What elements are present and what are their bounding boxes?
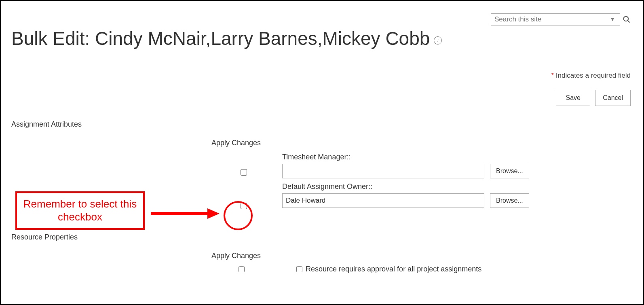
default-owner-input[interactable] [282, 193, 484, 208]
section-resource-properties: Resource Properties [11, 233, 633, 241]
search-input[interactable] [491, 13, 620, 25]
apply-changes-header: Apply Changes [211, 139, 261, 147]
default-owner-label: Default Assignment Owner:: [282, 182, 529, 191]
browse-default-owner-button[interactable]: Browse... [490, 193, 529, 208]
svg-point-0 [624, 17, 629, 21]
annotation-callout: Remember to select this checkbox [15, 191, 145, 230]
apply-changes-header-resource: Apply Changes [211, 252, 261, 260]
apply-requires-approval-checkbox[interactable] [239, 266, 245, 272]
svg-marker-3 [207, 208, 220, 219]
search-container: ▼ [491, 13, 631, 25]
cancel-button[interactable]: Cancel [595, 90, 631, 106]
page-title: Bulk Edit: Cindy McNair,Larry Barnes,Mic… [11, 28, 633, 49]
requires-approval-label: Resource requires approval for all proje… [306, 265, 481, 273]
apply-timesheet-manager-checkbox[interactable] [241, 169, 247, 176]
apply-default-owner-checkbox[interactable] [241, 203, 247, 209]
requires-approval-checkbox[interactable] [296, 266, 302, 272]
svg-line-1 [628, 21, 630, 23]
browse-timesheet-manager-button[interactable]: Browse... [490, 164, 529, 178]
annotation-arrow-icon [151, 208, 220, 220]
timesheet-manager-label: Timesheet Manager:: [282, 153, 529, 161]
search-icon[interactable] [623, 15, 631, 23]
save-button[interactable]: Save [556, 90, 590, 106]
info-icon[interactable]: i [434, 36, 442, 44]
timesheet-manager-input[interactable] [282, 164, 484, 178]
section-assignment-attributes: Assignment Attributes [11, 120, 633, 129]
required-field-note: * Indicates a required field [11, 72, 631, 80]
